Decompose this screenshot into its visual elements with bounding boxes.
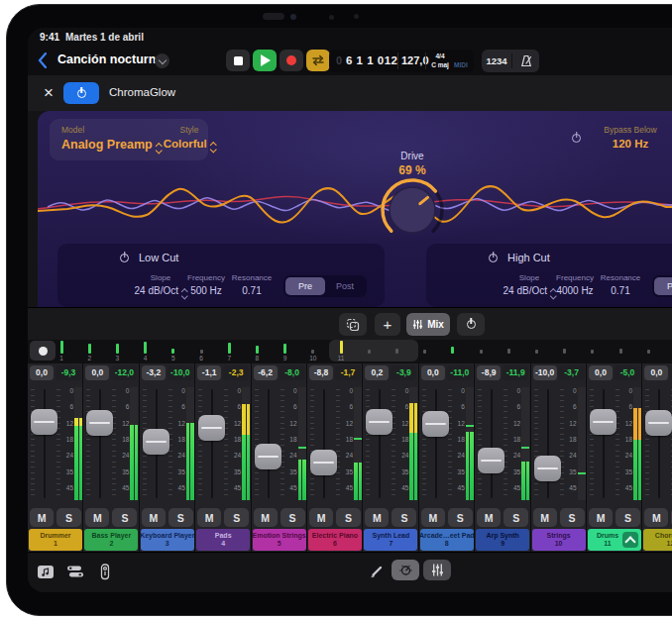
- mute-button[interactable]: M: [142, 508, 166, 527]
- solo-button[interactable]: S: [56, 508, 81, 527]
- stop-button[interactable]: [226, 50, 250, 71]
- pre-button[interactable]: Pre: [654, 277, 672, 295]
- channel-volume-readout[interactable]: 0,0: [644, 365, 668, 380]
- track-name-bar[interactable]: Drums 11: [588, 529, 641, 551]
- channel-volume-readout[interactable]: -8,9: [477, 365, 501, 380]
- high-cut-frequency[interactable]: Frequency 4000 Hz: [551, 273, 599, 296]
- plugin-power-button[interactable]: [63, 82, 99, 104]
- channel-expand-button[interactable]: [622, 532, 638, 548]
- channel-volume-readout[interactable]: 0,0: [589, 365, 613, 380]
- connections-button[interactable]: [93, 561, 117, 582]
- plugins-button[interactable]: [63, 561, 87, 582]
- pre-button[interactable]: Pre: [285, 277, 325, 295]
- mixer-overview-strip[interactable]: 1234567891011: [28, 340, 672, 363]
- channel-volume-readout[interactable]: -8,8: [309, 365, 333, 380]
- bypass-below-control[interactable]: Bypass Below 120 Hz: [593, 119, 668, 150]
- mute-button[interactable]: M: [30, 508, 54, 527]
- volume-fader[interactable]: [590, 409, 616, 435]
- mute-button[interactable]: M: [477, 508, 501, 527]
- solo-button[interactable]: S: [616, 508, 640, 527]
- high-cut-resonance[interactable]: Resonance 0.71: [597, 273, 644, 296]
- record-button[interactable]: [280, 50, 303, 71]
- track-name-bar[interactable]: Emotion Strings 5: [253, 529, 306, 551]
- volume-fader[interactable]: [198, 415, 225, 441]
- duplicate-button[interactable]: [339, 313, 367, 336]
- channel-volume-readout[interactable]: 0,2: [365, 365, 389, 380]
- bypass-power-icon[interactable]: [571, 133, 582, 144]
- track-name-bar[interactable]: Arp Synth 9: [476, 529, 529, 551]
- solo-button[interactable]: S: [392, 508, 416, 527]
- track-name-bar[interactable]: Pads 4: [196, 529, 250, 551]
- song-title[interactable]: Canción nocturna: [57, 52, 163, 66]
- mute-button[interactable]: M: [421, 508, 445, 527]
- track-name-bar[interactable]: Arcade…eet Pad 8: [420, 529, 474, 551]
- track-name-bar[interactable]: Drummer 1: [29, 529, 82, 551]
- solo-button[interactable]: S: [224, 508, 249, 527]
- track-name-bar[interactable]: Bass Player 2: [84, 529, 138, 551]
- cycle-button[interactable]: [306, 50, 330, 71]
- mute-button[interactable]: M: [589, 508, 613, 527]
- track-name-bar[interactable]: Synth Lead 7: [364, 529, 417, 551]
- fader-scale-label: 6: [116, 403, 129, 410]
- count-in-button[interactable]: 1234: [482, 50, 511, 72]
- mute-button[interactable]: M: [197, 508, 221, 527]
- lcd-display[interactable]: 0 6 1 1 012 127,0 4/4C maj MIDI: [329, 50, 474, 72]
- track-name: Synth Lead: [373, 532, 410, 540]
- post-button[interactable]: Post: [325, 277, 365, 295]
- metronome-button[interactable]: [512, 50, 539, 72]
- channel-volume-readout[interactable]: -1,1: [197, 365, 221, 380]
- volume-fader[interactable]: [31, 409, 57, 435]
- high-cut-power-icon[interactable]: [488, 253, 499, 263]
- mix-view-button[interactable]: Mix: [406, 313, 450, 336]
- solo-button[interactable]: S: [504, 508, 528, 527]
- volume-fader[interactable]: [310, 450, 337, 475]
- style-selector[interactable]: Style Colorful: [145, 119, 234, 153]
- close-plugin-button[interactable]: ×: [38, 82, 59, 104]
- solo-button[interactable]: S: [336, 508, 361, 527]
- volume-fader[interactable]: [143, 429, 169, 455]
- mute-button[interactable]: M: [365, 508, 389, 527]
- channel-volume-readout[interactable]: 0,0: [421, 365, 445, 380]
- solo-button[interactable]: S: [560, 508, 585, 527]
- mute-button[interactable]: M: [644, 508, 668, 527]
- solo-button[interactable]: S: [448, 508, 473, 527]
- mute-button[interactable]: M: [85, 508, 109, 527]
- track-name-bar[interactable]: Chorus V 12: [643, 529, 672, 551]
- solo-button[interactable]: S: [112, 508, 137, 527]
- volume-fader[interactable]: [366, 409, 392, 435]
- track-number: 7: [389, 540, 392, 548]
- solo-button[interactable]: S: [280, 508, 305, 527]
- track-name-bar[interactable]: Strings 10: [532, 529, 586, 551]
- volume-fader[interactable]: [478, 448, 504, 473]
- channel-volume-readout[interactable]: 0,0: [30, 365, 54, 380]
- low-cut-frequency[interactable]: Frequency 500 Hz: [182, 273, 230, 296]
- controls-view-button[interactable]: [392, 560, 419, 580]
- low-cut-resonance[interactable]: Resonance 0.71: [228, 273, 276, 296]
- volume-fader[interactable]: [86, 410, 113, 436]
- edit-button[interactable]: [365, 561, 389, 582]
- drive-knob[interactable]: [379, 176, 446, 244]
- browser-button[interactable]: [34, 561, 57, 582]
- mute-button[interactable]: M: [533, 508, 557, 527]
- channel-volume-readout[interactable]: -3,2: [142, 365, 166, 380]
- channel-volume-readout[interactable]: 0,0: [85, 365, 109, 380]
- solo-button[interactable]: S: [168, 508, 193, 527]
- mute-button[interactable]: M: [309, 508, 333, 527]
- track-name-bar[interactable]: Keyboard Player 3: [141, 529, 194, 551]
- mixer-view-button[interactable]: [423, 560, 451, 580]
- song-menu-button[interactable]: [155, 53, 169, 68]
- add-plugin-button[interactable]: +: [375, 313, 400, 336]
- back-chevron-icon[interactable]: [38, 52, 48, 68]
- volume-fader[interactable]: [534, 456, 561, 481]
- track-name-bar[interactable]: Electric Piano 6: [308, 529, 362, 551]
- fader-scale-label: 6: [60, 403, 73, 410]
- mute-button[interactable]: M: [254, 508, 278, 527]
- volume-fader[interactable]: [422, 411, 449, 437]
- channel-volume-readout[interactable]: -10,0: [533, 365, 557, 380]
- play-button[interactable]: [253, 50, 277, 71]
- low-cut-power-icon[interactable]: [119, 253, 130, 263]
- channel-volume-readout[interactable]: -6,2: [254, 365, 278, 380]
- volume-fader[interactable]: [255, 444, 281, 469]
- mixer-power-button[interactable]: [457, 313, 485, 336]
- volume-fader[interactable]: [645, 410, 672, 436]
